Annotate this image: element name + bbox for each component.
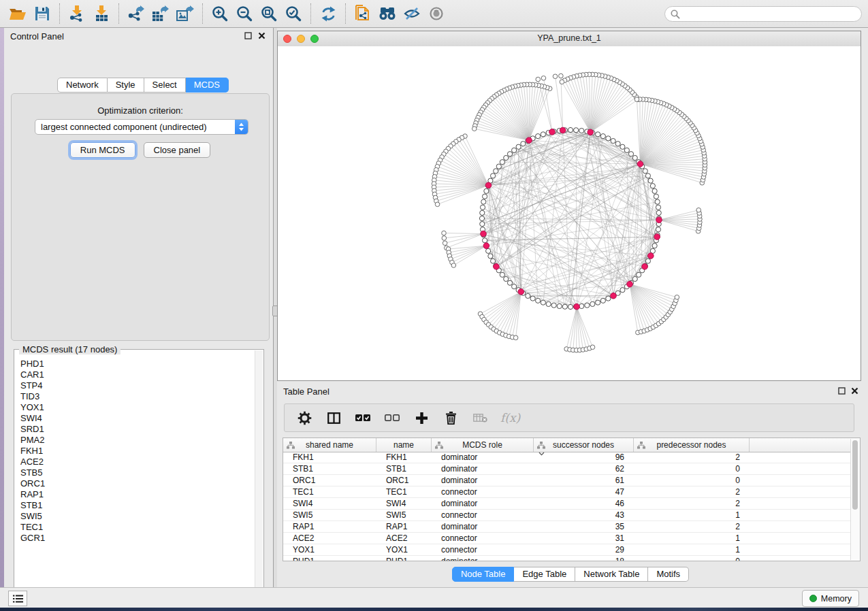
column-header-successor-nodes[interactable]: successor nodes [534,438,634,452]
leaf-node[interactable] [696,208,701,212]
search-input[interactable] [684,8,861,20]
mcds-result-item[interactable]: PHD1 [20,359,255,369]
mcds-result-list[interactable]: PHD1CAR1STP4TID3YOX1SWI4SRD1PMA2FKH1ACE2… [15,356,255,596]
leaf-node[interactable] [559,73,564,78]
ring-node[interactable] [504,276,509,281]
table-row[interactable]: FKH1FKH1dominator962 [283,452,851,463]
ring-node[interactable] [652,244,657,248]
export-network-button[interactable] [124,1,148,26]
tab-network[interactable]: Network [57,78,108,93]
ring-node[interactable] [632,155,637,160]
ring-node[interactable] [568,127,573,132]
add-column-button[interactable] [413,409,430,427]
ring-node[interactable] [628,152,633,156]
ring-node[interactable] [611,138,615,143]
ring-node[interactable] [480,205,485,210]
ring-node[interactable] [632,276,637,281]
ring-node[interactable] [551,303,556,308]
ring-node[interactable] [600,134,605,139]
ring-node[interactable] [480,210,485,215]
leaf-node[interactable] [443,241,447,246]
table-row[interactable]: ORC1ORC1dominator610 [283,475,851,486]
ring-node[interactable] [521,142,526,146]
ring-node[interactable] [637,272,641,277]
mcds-hub-node[interactable] [485,182,492,188]
table-row[interactable]: TEC1TEC1connector472 [283,486,851,498]
mcds-hub-node[interactable] [526,137,532,144]
tab-node-table[interactable]: Node Table [452,567,515,582]
leaf-node[interactable] [634,97,639,102]
ring-node[interactable] [600,298,605,303]
ring-node[interactable] [656,210,661,215]
ring-node[interactable] [536,298,541,303]
ring-node[interactable] [596,132,600,137]
ring-node[interactable] [654,194,658,199]
ring-node[interactable] [541,132,545,137]
show-columns-button[interactable] [325,409,342,427]
ring-node[interactable] [512,284,517,289]
ring-node[interactable] [562,304,567,309]
tab-select[interactable]: Select [144,78,186,93]
ring-node[interactable] [645,259,650,263]
memory-button[interactable]: Memory [802,590,859,607]
ring-node[interactable] [650,184,655,188]
mcds-hub-node[interactable] [574,303,580,310]
table-row[interactable]: STB1STB1dominator620 [283,463,851,475]
ring-node[interactable] [643,169,647,174]
ring-node[interactable] [490,174,495,178]
zoom-out-button[interactable] [232,1,257,26]
ring-node[interactable] [536,134,541,139]
network-window-titlebar[interactable]: YPA_prune.txt_1 [278,31,861,47]
leaf-node[interactable] [590,345,595,350]
close-control-panel-button[interactable] [258,32,266,39]
ring-node[interactable] [568,304,573,309]
ring-node[interactable] [512,148,517,152]
scrollbar-thumb[interactable] [852,440,858,510]
float-control-panel-button[interactable] [244,32,252,39]
ring-node[interactable] [655,199,660,204]
mcds-result-item[interactable]: STB1 [20,500,255,511]
ring-node[interactable] [606,136,611,141]
leaf-node[interactable] [472,127,477,131]
ring-node[interactable] [645,174,650,178]
mcds-result-item[interactable]: TID3 [20,391,255,402]
ring-node[interactable] [484,188,489,193]
mcds-hub-node[interactable] [648,253,654,259]
float-table-panel-button[interactable] [838,387,846,395]
ring-node[interactable] [606,296,611,301]
search-box[interactable] [664,6,862,22]
mcds-result-item[interactable]: TEC1 [20,522,255,533]
mcds-result-item[interactable]: RAP1 [20,489,255,500]
zoom-in-button[interactable] [208,1,232,26]
mcds-list-scrollbar[interactable] [255,350,263,596]
optimization-criterion-select[interactable]: largest connected component (undirected) [35,119,248,135]
leaf-node[interactable] [536,77,541,82]
mcds-result-item[interactable]: FKH1 [20,446,255,457]
leaf-node[interactable] [541,76,546,81]
select-all-rows-button[interactable] [354,409,372,427]
ring-node[interactable] [574,128,579,133]
ring-node[interactable] [557,303,562,308]
tab-style[interactable]: Style [108,78,144,93]
column-header-predecessor-nodes[interactable]: predecessor nodes [634,438,750,452]
close-panel-button[interactable]: Close panel [144,142,211,158]
network-canvas[interactable] [278,46,861,380]
ring-node[interactable] [596,300,600,305]
ring-node[interactable] [496,164,501,169]
function-builder-button[interactable]: f(x) [500,409,520,427]
ring-node[interactable] [494,169,498,174]
ring-node[interactable] [585,303,590,308]
ring-node[interactable] [620,288,625,293]
ring-node[interactable] [500,272,504,277]
column-header-mcds-role[interactable]: MCDS role [432,438,534,452]
mcds-result-item[interactable]: CAR1 [20,369,255,380]
mcds-hub-node[interactable] [481,231,487,237]
ring-node[interactable] [482,238,487,243]
tab-mcds[interactable]: MCDS [186,78,229,93]
ring-node[interactable] [615,142,620,146]
save-session-button[interactable] [30,1,54,26]
table-row[interactable]: ACE2ACE2connector311 [283,533,851,544]
ring-node[interactable] [479,216,484,220]
ring-node[interactable] [482,194,487,199]
ring-node[interactable] [488,254,493,259]
